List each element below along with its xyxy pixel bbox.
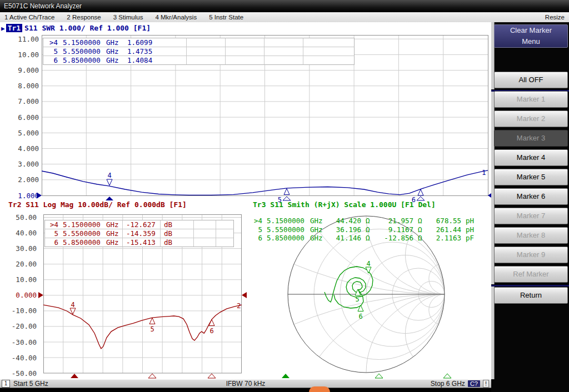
tr1-marker6-triangle-icon (418, 189, 423, 195)
svg-text:6: 6 (258, 234, 262, 242)
svg-text:pF: pF (466, 234, 474, 242)
tr2-axis-label: -30.00 (12, 338, 37, 346)
channel-number-badge: 1 (2, 380, 10, 388)
tr2-marker6-stimulus-icon (208, 374, 216, 378)
softkey-marker-1[interactable]: Marker 1 (494, 91, 568, 108)
tr2-axis-label: -20.00 (12, 322, 37, 330)
svg-text:pH: pH (466, 217, 474, 225)
tr1-markers[interactable]: 4 5 6 1 (37, 168, 491, 204)
pointer-cursor-icon (309, 386, 330, 392)
tr2-trace-number: 2 (237, 301, 241, 310)
start-frequency-label[interactable]: Start 5 GHz (13, 380, 48, 388)
tr1-marker4-triangle-icon (107, 179, 112, 185)
ifbw-label[interactable]: IFBW 70 kHz (226, 380, 266, 388)
softkey-ref-marker[interactable]: Ref Marker (494, 266, 568, 283)
tr2-axis-label: 0.000 (16, 291, 37, 299)
instrument-window: E5071C Network Analyzer 1 Active Ch/Trac… (0, 0, 569, 392)
tr2-y-axis-labels: 50.0040.0030.0020.0010.000.000-10.00-20.… (12, 213, 37, 378)
tr2-marker4-label: 4 (71, 301, 74, 309)
svg-text:5: 5 (258, 225, 262, 234)
softkey-marker-7[interactable]: Marker 7 (494, 208, 568, 224)
tr2-marker5-stimulus-icon (148, 374, 156, 378)
svg-text:1.4735: 1.4735 (127, 47, 152, 56)
softkey-return[interactable]: Return (494, 287, 568, 304)
status-bar: 1 Start 5 GHz IFBW 70 kHz Stop 6 GHz C? … (0, 379, 491, 388)
svg-text:Ω: Ω (418, 234, 422, 242)
svg-text:GHz: GHz (106, 238, 119, 247)
tr2-axis-label: -10.00 (12, 306, 37, 315)
tr1-trace-number: 1 (482, 168, 486, 177)
tr1-y-axis-labels: 11.0010.009.0008.0007.0006.0005.0004.000… (18, 35, 39, 200)
tr2-marker5-triangle-icon (149, 318, 155, 324)
svg-text:9.1167: 9.1167 (388, 225, 413, 234)
tr3-marker4-stimulus-icon (282, 374, 290, 378)
tr3-header[interactable]: Tr3 S11 Smith (R+jX) Scale 1.000U [F1 De… (253, 200, 436, 209)
svg-text:GHz: GHz (106, 38, 119, 47)
svg-text:5.1500000: 5.1500000 (63, 220, 101, 229)
tr1-marker5-stimulus-icon (283, 197, 291, 200)
softkey-marker-6[interactable]: Marker 6 (494, 188, 568, 205)
tr2-marker6-label: 6 (209, 327, 213, 335)
softkey-menu-title: Clear Marker Menu (494, 24, 568, 48)
softkey-marker-5[interactable]: Marker 5 (494, 169, 568, 185)
svg-text:678.55: 678.55 (436, 217, 461, 225)
menu-item-resize[interactable]: Resize (545, 14, 565, 21)
svg-text:GHz: GHz (106, 56, 119, 64)
svg-text:GHz: GHz (106, 47, 119, 56)
svg-text:-15.413: -15.413 (126, 238, 156, 247)
svg-text:21.957: 21.957 (388, 217, 413, 225)
window-titlebar[interactable]: E5071C Network Analyzer (0, 0, 569, 12)
softkey-marker-9[interactable]: Marker 9 (494, 247, 568, 263)
tr2-axis-label: 40.00 (16, 229, 37, 237)
menu-item-mkr-analysis[interactable]: 4 Mkr/Analysis (155, 14, 197, 21)
svg-text:GHz: GHz (106, 229, 119, 238)
active-trace-arrow-icon: ▶ (1, 25, 5, 32)
svg-text:5.1500000: 5.1500000 (63, 38, 101, 47)
menu-item-active-ch-trace[interactable]: 1 Active Ch/Trace (4, 14, 54, 21)
softkey-marker-8[interactable]: Marker 8 (494, 227, 568, 244)
tr2-ref-level-arrow-right-icon (242, 292, 247, 298)
softkey-marker-3[interactable]: Marker 3 (494, 130, 568, 147)
svg-text:5.8500000: 5.8500000 (63, 56, 101, 64)
menu-item-response[interactable]: 2 Response (67, 14, 101, 21)
softkey-marker-2[interactable]: Marker 2 (494, 110, 568, 127)
tr1-chip: Tr1 (6, 24, 22, 32)
tr3-marker6-label: 6 (358, 313, 362, 320)
stop-frequency-label[interactable]: Stop 6 GHz (431, 380, 465, 388)
tr1-ref-level-arrow-left-icon (37, 193, 42, 199)
tr3-marker6-triangle-icon (358, 305, 363, 311)
softkey-all-off[interactable]: All OFF (494, 72, 568, 88)
menu-item-instr-state[interactable]: 5 Instr State (209, 14, 243, 21)
svg-text:>4: >4 (50, 220, 58, 229)
tr2-header[interactable]: Tr2 S11 Log Mag 10.00dB/ Ref 0.000dB [F1… (8, 200, 187, 209)
tr2-marker5-label: 5 (150, 325, 154, 333)
svg-text:5.5500000: 5.5500000 (63, 229, 101, 238)
tr1-header[interactable]: ▶Tr1S11 SWR 1.000/ Ref 1.000 [F1] (1, 24, 151, 32)
svg-text:dB: dB (164, 220, 172, 229)
svg-text:1.6099: 1.6099 (127, 38, 152, 47)
softkey-sidebar: Clear Marker Menu All OFF Marker 1 Marke… (491, 22, 569, 392)
svg-text:1.4084: 1.4084 (127, 56, 152, 64)
tr3-marker5-stimulus-icon (375, 374, 383, 378)
tr1-marker-table: >4 5.1500000 GHz 1.6099 5 5.5500000 GHz … (43, 38, 355, 65)
softkey-separator (491, 284, 569, 287)
svg-text:5: 5 (53, 47, 58, 56)
tr2-marker-table: >4 5.1500000 GHz -12.627 dB 5 5.5500000 … (45, 220, 234, 247)
svg-text:Ω: Ω (418, 225, 422, 234)
softkey-marker-4[interactable]: Marker 4 (494, 149, 568, 166)
tr1-axis-label: 2.000 (18, 175, 39, 184)
tr1-axis-label: 7.000 (18, 97, 39, 105)
menu-item-stimulus[interactable]: 3 Stimulus (113, 14, 143, 21)
cal-status-badge: C? (468, 380, 480, 387)
tr2-axis-label: -40.00 (12, 354, 37, 362)
svg-text:44.420: 44.420 (336, 217, 361, 225)
tr3-marker6-stimulus-icon (443, 374, 451, 378)
svg-text:5.8500000: 5.8500000 (63, 238, 101, 247)
svg-text:Ω: Ω (366, 234, 370, 242)
svg-text:GHz: GHz (310, 234, 323, 242)
svg-text:5.1500000: 5.1500000 (267, 217, 305, 225)
svg-text:pH: pH (466, 225, 474, 234)
tr3-marker-readout: >4 5.1500000 GHz 44.420 Ω 21.957 Ω 678.5… (254, 217, 474, 242)
svg-text:2.1163: 2.1163 (436, 234, 461, 242)
tr2-marker4-stimulus-icon (71, 374, 78, 378)
